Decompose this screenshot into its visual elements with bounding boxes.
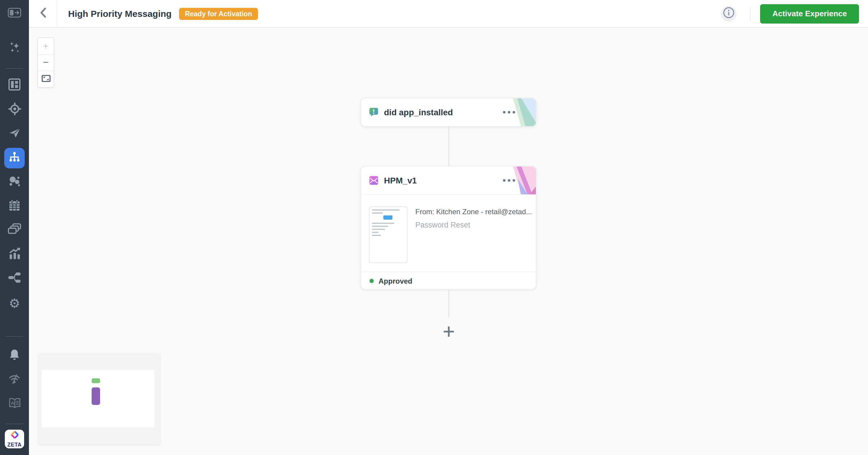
zeta-logo-text: ZETA <box>7 442 22 448</box>
sidebar-divider-bottom-2 <box>5 424 24 424</box>
preview-text-line <box>372 232 378 233</box>
zoom-in-icon: + <box>43 40 49 52</box>
trigger-node[interactable]: did app_installed <box>361 98 536 127</box>
sidebar-item-glossary[interactable]: A <box>0 392 29 416</box>
activate-experience-button[interactable]: Activate Experience <box>761 4 859 23</box>
preview-text-line <box>372 209 400 210</box>
email-envelope-icon <box>369 176 378 185</box>
preview-text-line <box>372 235 381 236</box>
sidebar-item-assistant[interactable] <box>0 37 29 61</box>
info-icon <box>723 6 735 21</box>
sparkles-icon <box>7 41 22 57</box>
email-node-body: From: Kitchen Zone - retail@zetad... Pas… <box>361 194 536 272</box>
info-button[interactable] <box>721 6 737 22</box>
sidebar-item-flows[interactable] <box>0 267 29 291</box>
sidebar-item-campaigns[interactable] <box>0 219 29 243</box>
journey-canvas[interactable]: + − did app_installed <box>29 28 868 455</box>
connector-line-1 <box>448 127 449 166</box>
email-preview-thumbnail[interactable] <box>369 206 407 263</box>
audience-bubbles-icon <box>8 175 21 190</box>
signal-slash-icon <box>8 373 21 388</box>
send-icon <box>8 127 21 141</box>
zoom-out-button[interactable]: − <box>38 54 54 70</box>
email-from-line: From: Kitchen Zone - retail@zetad... <box>415 207 532 216</box>
sidebar-expand-button[interactable] <box>0 0 29 28</box>
svg-text:A: A <box>10 400 14 405</box>
minimap-trigger-node <box>92 378 100 383</box>
add-step-button[interactable] <box>443 326 454 337</box>
calendar-icon <box>8 199 21 214</box>
preview-cta-button <box>383 216 393 220</box>
sitemap-icon <box>8 151 21 165</box>
email-node[interactable]: HPM_v1 From: Kitchen Zone - retail@ze <box>361 166 536 290</box>
sidebar-divider-bottom-1 <box>5 336 24 337</box>
email-node-footer: Approved <box>361 272 536 290</box>
sidebar-item-send[interactable] <box>0 122 29 146</box>
email-node-menu-button[interactable] <box>503 179 516 182</box>
approved-status-text: Approved <box>378 277 412 285</box>
approved-status-dot <box>370 279 374 283</box>
bell-icon <box>8 349 21 363</box>
preview-text-line <box>372 212 383 214</box>
fit-view-icon <box>41 75 50 84</box>
back-button[interactable] <box>29 0 57 27</box>
top-bar: High Priority Messaging Ready for Activa… <box>29 0 868 28</box>
preview-text-line <box>372 223 394 224</box>
flow-split-icon <box>8 272 21 286</box>
analytics-chart-icon <box>8 248 21 262</box>
zeta-diamond-icon <box>10 430 19 442</box>
book-icon: A <box>8 398 21 411</box>
app-root: ⚙ A ZETA <box>0 0 868 455</box>
sidebar-item-notifications[interactable] <box>0 344 29 368</box>
gear-icon: ⚙ <box>9 296 20 309</box>
active-highlight <box>4 148 25 168</box>
trigger-node-menu-button[interactable] <box>503 111 516 114</box>
trigger-corner-decor <box>512 98 536 127</box>
dashboard-icon <box>8 79 21 93</box>
sidebar-item-calendar[interactable] <box>0 194 29 219</box>
preview-text-line <box>372 226 388 227</box>
page-title: High Priority Messaging <box>68 8 172 19</box>
preview-text-line <box>372 229 385 230</box>
minimap[interactable] <box>38 353 160 444</box>
sidebar-item-audiences[interactable] <box>0 170 29 194</box>
sidebar-item-signal[interactable] <box>0 368 29 392</box>
zoom-in-button[interactable]: + <box>38 38 54 54</box>
sidebar-item-journeys[interactable] <box>0 146 29 170</box>
email-corner-decor <box>512 167 536 197</box>
zoom-controls: + − <box>37 37 54 87</box>
fit-view-button[interactable] <box>38 70 54 87</box>
target-icon <box>8 102 21 117</box>
email-node-title: HPM_v1 <box>384 176 417 185</box>
ellipsis-icon <box>503 179 516 182</box>
minimap-email-node <box>92 388 100 405</box>
connector-line-2 <box>448 290 449 317</box>
back-chevron-icon <box>39 7 46 20</box>
trigger-node-title: did app_installed <box>384 107 453 117</box>
sidebar-item-targeting[interactable] <box>0 98 29 122</box>
minimap-viewport <box>41 370 154 427</box>
ellipsis-icon <box>503 111 516 114</box>
plus-icon <box>443 326 454 336</box>
header-divider <box>750 7 751 20</box>
status-badge: Ready for Activation <box>179 7 258 20</box>
event-bubble-icon <box>369 107 378 117</box>
zeta-logo-button[interactable]: ZETA <box>0 427 29 450</box>
sidebar-item-analytics[interactable] <box>0 243 29 267</box>
sidebar-item-dashboard[interactable] <box>0 74 29 98</box>
sidebar-item-settings[interactable]: ⚙ <box>0 291 29 315</box>
sidebar: ⚙ A ZETA <box>0 0 29 455</box>
email-subject-line: Password Reset <box>415 221 532 229</box>
sidebar-expand-icon <box>8 8 21 20</box>
campaign-cards-icon <box>8 223 21 238</box>
sidebar-divider-top <box>5 68 24 69</box>
